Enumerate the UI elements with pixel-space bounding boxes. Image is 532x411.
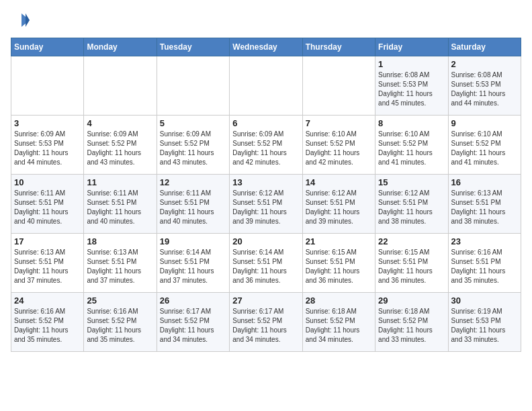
day-info: Sunrise: 6:18 AMSunset: 5:52 PMDaylight:… [306,307,372,345]
day-number: 14 [306,177,372,187]
day-number: 11 [87,177,153,187]
day-number: 26 [160,295,226,306]
calendar-cell: 4Sunrise: 6:09 AMSunset: 5:52 PMDaylight… [84,116,157,175]
calendar-cell: 11Sunrise: 6:11 AMSunset: 5:51 PMDayligh… [84,175,157,234]
weekday-header-thursday: Thursday [302,38,375,56]
weekday-header-friday: Friday [375,38,448,56]
day-info: Sunrise: 6:14 AMSunset: 5:51 PMDaylight:… [160,248,226,285]
calendar-cell: 20Sunrise: 6:14 AMSunset: 5:51 PMDayligh… [230,234,302,293]
day-number: 5 [160,118,226,128]
day-info: Sunrise: 6:15 AMSunset: 5:51 PMDaylight:… [378,248,445,285]
day-number: 10 [14,177,81,187]
calendar-week-1: 1Sunrise: 6:08 AMSunset: 5:53 PMDaylight… [11,56,521,116]
day-number: 25 [87,295,153,306]
day-info: Sunrise: 6:12 AMSunset: 5:51 PMDaylight:… [232,189,299,226]
day-number: 16 [451,177,518,187]
weekday-header-saturday: Saturday [448,38,521,56]
calendar-cell: 26Sunrise: 6:17 AMSunset: 5:52 PMDayligh… [157,293,229,352]
day-info: Sunrise: 6:12 AMSunset: 5:51 PMDaylight:… [306,189,372,226]
day-info: Sunrise: 6:09 AMSunset: 5:52 PMDaylight:… [160,130,226,167]
day-number: 24 [14,295,81,306]
day-info: Sunrise: 6:09 AMSunset: 5:53 PMDaylight:… [14,130,81,167]
calendar-cell: 5Sunrise: 6:09 AMSunset: 5:52 PMDaylight… [157,116,229,175]
day-info: Sunrise: 6:08 AMSunset: 5:53 PMDaylight:… [378,71,445,108]
weekday-header-row: SundayMondayTuesdayWednesdayThursdayFrid… [11,38,521,56]
calendar-cell: 13Sunrise: 6:12 AMSunset: 5:51 PMDayligh… [230,175,302,234]
calendar-cell [157,56,229,116]
calendar-cell: 24Sunrise: 6:16 AMSunset: 5:52 PMDayligh… [11,293,84,352]
weekday-header-monday: Monday [84,38,157,56]
day-info: Sunrise: 6:08 AMSunset: 5:53 PMDaylight:… [451,71,518,108]
logo-icon [11,11,30,30]
calendar-cell [11,56,84,116]
calendar-cell: 27Sunrise: 6:17 AMSunset: 5:52 PMDayligh… [230,293,302,352]
day-info: Sunrise: 6:09 AMSunset: 5:52 PMDaylight:… [87,130,153,167]
calendar-cell: 23Sunrise: 6:16 AMSunset: 5:51 PMDayligh… [448,234,521,293]
day-number: 17 [14,236,81,246]
day-number: 8 [378,118,445,128]
day-number: 1 [378,59,445,69]
calendar-cell: 19Sunrise: 6:14 AMSunset: 5:51 PMDayligh… [157,234,229,293]
calendar-cell: 3Sunrise: 6:09 AMSunset: 5:53 PMDaylight… [11,116,84,175]
weekday-header-wednesday: Wednesday [230,38,302,56]
calendar-week-5: 24Sunrise: 6:16 AMSunset: 5:52 PMDayligh… [11,293,521,352]
calendar-cell [302,56,375,116]
calendar-cell: 16Sunrise: 6:13 AMSunset: 5:51 PMDayligh… [448,175,521,234]
calendar-cell: 30Sunrise: 6:19 AMSunset: 5:53 PMDayligh… [448,293,521,352]
calendar-cell: 1Sunrise: 6:08 AMSunset: 5:53 PMDaylight… [375,56,448,116]
calendar-week-2: 3Sunrise: 6:09 AMSunset: 5:53 PMDaylight… [11,116,521,175]
day-info: Sunrise: 6:18 AMSunset: 5:52 PMDaylight:… [378,307,445,345]
calendar-cell: 28Sunrise: 6:18 AMSunset: 5:52 PMDayligh… [302,293,375,352]
day-info: Sunrise: 6:10 AMSunset: 5:52 PMDaylight:… [306,130,372,167]
day-info: Sunrise: 6:16 AMSunset: 5:51 PMDaylight:… [451,248,518,285]
weekday-header-tuesday: Tuesday [157,38,229,56]
day-number: 21 [306,236,372,246]
day-number: 27 [232,295,299,306]
calendar-cell: 8Sunrise: 6:10 AMSunset: 5:52 PMDaylight… [375,116,448,175]
day-number: 3 [14,118,81,128]
calendar-body: 1Sunrise: 6:08 AMSunset: 5:53 PMDaylight… [11,56,521,352]
day-number: 9 [451,118,518,128]
day-info: Sunrise: 6:09 AMSunset: 5:52 PMDaylight:… [232,130,299,167]
calendar-cell [230,56,302,116]
day-number: 20 [232,236,299,246]
day-number: 19 [160,236,226,246]
day-info: Sunrise: 6:17 AMSunset: 5:52 PMDaylight:… [160,307,226,345]
day-info: Sunrise: 6:13 AMSunset: 5:51 PMDaylight:… [14,248,81,285]
day-number: 4 [87,118,153,128]
day-info: Sunrise: 6:16 AMSunset: 5:52 PMDaylight:… [14,307,81,345]
day-number: 18 [87,236,153,246]
calendar-cell: 7Sunrise: 6:10 AMSunset: 5:52 PMDaylight… [302,116,375,175]
day-number: 15 [378,177,445,187]
calendar-cell: 18Sunrise: 6:13 AMSunset: 5:51 PMDayligh… [84,234,157,293]
day-info: Sunrise: 6:10 AMSunset: 5:52 PMDaylight:… [451,130,518,167]
day-info: Sunrise: 6:14 AMSunset: 5:51 PMDaylight:… [232,248,299,285]
calendar-cell: 25Sunrise: 6:16 AMSunset: 5:52 PMDayligh… [84,293,157,352]
day-info: Sunrise: 6:11 AMSunset: 5:51 PMDaylight:… [87,189,153,226]
day-info: Sunrise: 6:13 AMSunset: 5:51 PMDaylight:… [87,248,153,285]
calendar-week-3: 10Sunrise: 6:11 AMSunset: 5:51 PMDayligh… [11,175,521,234]
calendar-cell: 15Sunrise: 6:12 AMSunset: 5:51 PMDayligh… [375,175,448,234]
day-number: 12 [160,177,226,187]
calendar-cell: 21Sunrise: 6:15 AMSunset: 5:51 PMDayligh… [302,234,375,293]
day-info: Sunrise: 6:16 AMSunset: 5:52 PMDaylight:… [87,307,153,345]
calendar-cell: 14Sunrise: 6:12 AMSunset: 5:51 PMDayligh… [302,175,375,234]
calendar-header: SundayMondayTuesdayWednesdayThursdayFrid… [11,38,521,56]
day-number: 2 [451,59,518,69]
calendar-cell: 9Sunrise: 6:10 AMSunset: 5:52 PMDaylight… [448,116,521,175]
day-number: 7 [306,118,372,128]
calendar-table: SundayMondayTuesdayWednesdayThursdayFrid… [11,38,521,352]
day-number: 13 [232,177,299,187]
day-number: 6 [232,118,299,128]
day-number: 23 [451,236,518,246]
day-info: Sunrise: 6:10 AMSunset: 5:52 PMDaylight:… [378,130,445,167]
calendar-cell: 29Sunrise: 6:18 AMSunset: 5:52 PMDayligh… [375,293,448,352]
calendar-cell: 10Sunrise: 6:11 AMSunset: 5:51 PMDayligh… [11,175,84,234]
day-number: 30 [451,295,518,306]
calendar-cell: 12Sunrise: 6:11 AMSunset: 5:51 PMDayligh… [157,175,229,234]
calendar-cell: 22Sunrise: 6:15 AMSunset: 5:51 PMDayligh… [375,234,448,293]
day-number: 29 [378,295,445,306]
day-number: 28 [306,295,372,306]
calendar-cell [84,56,157,116]
page-header [11,11,521,30]
